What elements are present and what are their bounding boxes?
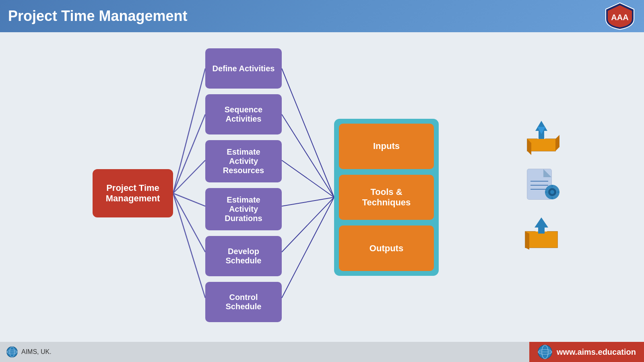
itt-inputs-label: Inputs: [373, 141, 400, 151]
activity-control-schedule: ControlSchedule: [205, 282, 282, 322]
footer-globe-icon: [537, 344, 553, 360]
svg-line-4: [173, 193, 205, 206]
svg-rect-26: [557, 191, 559, 193]
svg-rect-23: [551, 185, 553, 187]
svg-line-9: [282, 160, 334, 197]
activity-define: Define Activities: [205, 48, 282, 89]
itt-panel: Inputs Tools &Techniques Outputs: [334, 119, 439, 276]
itt-outputs: Outputs: [339, 225, 434, 271]
activity-estimate-resources: EstimateActivityResources: [205, 140, 282, 182]
itt-tools: Tools &Techniques: [339, 175, 434, 220]
svg-line-11: [282, 197, 334, 252]
svg-rect-25: [545, 191, 547, 193]
footer: AIMS, UK. www.aims.education: [0, 342, 644, 362]
inputs-icon: [523, 119, 559, 155]
footer-right-text: www.aims.education: [557, 348, 636, 357]
activity-develop-schedule: DevelopSchedule: [205, 236, 282, 276]
itt-tools-label: Tools &Techniques: [362, 187, 411, 208]
ptm-box: Project TimeManagement: [93, 169, 173, 217]
itt-inputs: Inputs: [339, 124, 434, 169]
logo: AAA: [604, 2, 636, 30]
svg-line-12: [282, 197, 334, 298]
activity-sequence: SequenceActivities: [205, 94, 282, 134]
ptm-label: Project TimeManagement: [106, 183, 160, 204]
footer-left: AIMS, UK.: [0, 346, 52, 358]
svg-text:AAA: AAA: [611, 13, 628, 22]
activity-develop-schedule-label: DevelopSchedule: [226, 247, 262, 265]
svg-rect-24: [551, 197, 553, 199]
footer-left-text: AIMS, UK.: [21, 348, 52, 356]
page-title: Project Time Management: [8, 8, 187, 25]
globe-icon: [6, 346, 18, 358]
header: Project Time Management AAA: [0, 0, 644, 32]
svg-point-22: [550, 190, 554, 194]
outputs-icon: [523, 215, 559, 252]
footer-right: www.aims.education: [529, 342, 644, 362]
svg-line-8: [282, 114, 334, 197]
activity-control-schedule-label: ControlSchedule: [226, 293, 262, 311]
svg-line-3: [173, 160, 205, 193]
svg-line-1: [173, 68, 205, 193]
activity-estimate-durations-label: EstimateActivityDurations: [225, 195, 262, 223]
itt-outputs-label: Outputs: [369, 243, 403, 254]
activities-column: Define Activities SequenceActivities Est…: [205, 48, 282, 322]
activity-define-label: Define Activities: [213, 64, 275, 73]
activity-estimate-resources-label: EstimateActivityResources: [223, 147, 264, 175]
main-content: Project TimeManagement Define Activities…: [0, 32, 644, 346]
svg-line-5: [173, 193, 205, 252]
icons-column: [523, 119, 559, 252]
svg-line-6: [173, 193, 205, 298]
activity-estimate-durations: EstimateActivityDurations: [205, 188, 282, 230]
svg-line-2: [173, 114, 205, 193]
tools-icon: [523, 167, 559, 203]
svg-line-7: [282, 68, 334, 197]
activity-sequence-label: SequenceActivities: [225, 105, 262, 124]
svg-marker-27: [535, 217, 548, 234]
svg-line-10: [282, 197, 334, 206]
diagram: Project TimeManagement Define Activities…: [60, 44, 564, 334]
